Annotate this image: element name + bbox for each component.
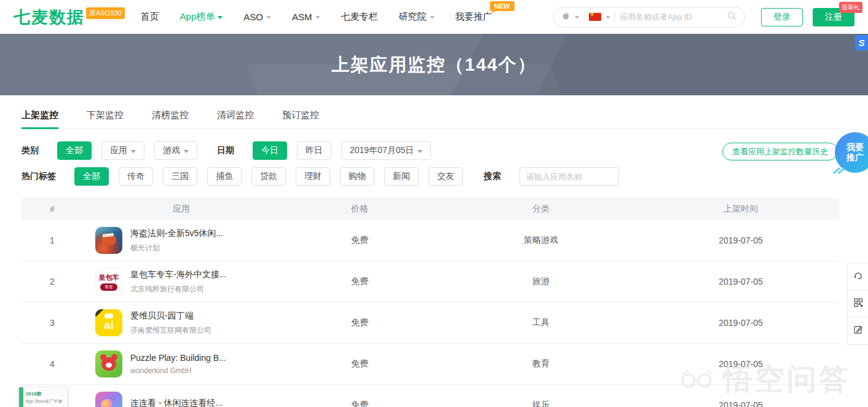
- tag-fishing[interactable]: 捕鱼: [207, 167, 242, 186]
- app-name-filter-input[interactable]: [519, 167, 619, 186]
- app-name[interactable]: 皇包车专车-海外中文接...: [130, 269, 226, 280]
- app-icon: [95, 227, 122, 254]
- app-category: 策略游戏: [440, 235, 642, 246]
- table-row[interactable]: 5 连连看 - 休闲连连看经... 免费 娱乐 2019-07-05: [22, 385, 839, 407]
- page-title: 上架应用监控（144个）: [0, 34, 868, 95]
- logo-badge: 原ASO100: [86, 7, 125, 19]
- table-row[interactable]: 2 皇包车 专车 皇包车专车-海外中文接... 北京纯粹旅行有限公司 免费 旅游…: [22, 261, 839, 302]
- hot-tags-label: 热门标签: [22, 171, 56, 182]
- tab-preorder-monitor[interactable]: 预订监控: [282, 109, 319, 128]
- app-developer: wonderkind GmbH: [130, 366, 226, 375]
- app-search-input[interactable]: [620, 12, 723, 22]
- share-widget-icon[interactable]: S: [855, 35, 868, 50]
- auth-buttons: 登录 注册 迎新礼: [761, 8, 854, 26]
- tag-shopping[interactable]: 购物: [340, 167, 374, 186]
- col-app: 应用: [83, 204, 280, 215]
- tab-launch-monitor[interactable]: 上架监控: [22, 109, 58, 128]
- nav-item-promote[interactable]: 我要推广 NEW: [456, 11, 492, 23]
- tag-legend[interactable]: 传奇: [119, 167, 153, 186]
- nav-item-asm[interactable]: ASM: [292, 12, 320, 22]
- welcome-gift-badge: 迎新礼: [839, 2, 862, 13]
- date-today-button[interactable]: 今日: [253, 141, 287, 160]
- app-name[interactable]: Puzzle Play: Building B...: [130, 353, 226, 363]
- app-category: 旅游: [440, 276, 642, 287]
- china-flag-icon[interactable]: ★: [589, 13, 601, 21]
- logo-text: 七麦数据: [14, 6, 85, 28]
- tag-finance[interactable]: 理财: [296, 167, 330, 186]
- customer-service-button[interactable]: [848, 263, 868, 290]
- caret-down-icon[interactable]: [575, 16, 580, 19]
- app-category: 工具: [440, 317, 642, 328]
- nav-item-column[interactable]: 七麦专栏: [341, 11, 378, 23]
- app-icon: ai: [95, 309, 122, 336]
- category-all-button[interactable]: 全部: [57, 141, 92, 160]
- tab-keyword-clear-monitor[interactable]: 清词监控: [217, 109, 254, 128]
- col-price: 价格: [280, 204, 440, 215]
- app-name[interactable]: 连连看 - 休闲连连看经...: [130, 398, 223, 407]
- app-price: 免费: [280, 235, 440, 246]
- app-category: 教育: [440, 358, 642, 369]
- promo-card[interactable]: 2018款 App Store推广手册: [18, 387, 68, 407]
- divider: [615, 12, 615, 22]
- top-navbar: 七麦数据 原ASO100 首页 App榜单 ASO ASM 七麦专栏 研究院 我…: [0, 0, 868, 34]
- date-picker-dropdown[interactable]: 2019年07月05日: [341, 141, 431, 160]
- app-launch-date: 2019-07-05: [642, 235, 839, 245]
- tab-removal-monitor[interactable]: 下架监控: [87, 109, 124, 128]
- table-row[interactable]: 4 Puzzle Play: Building B... wonderkind …: [22, 344, 839, 385]
- apps-table: # 应用 价格 分类 上架时间 1 海盗法则-全新5v5休闲... 极光计划 免…: [22, 198, 839, 407]
- app-icon: [95, 350, 122, 377]
- app-search-bar: ★: [553, 7, 745, 28]
- table-row[interactable]: 1 海盗法则-全新5v5休闲... 极光计划 免费 策略游戏 2019-07-0…: [22, 220, 839, 261]
- new-badge: NEW: [490, 1, 515, 11]
- tag-social[interactable]: 交友: [428, 167, 463, 186]
- col-category: 分类: [440, 204, 642, 215]
- col-date: 上架时间: [642, 204, 839, 215]
- category-game-dropdown[interactable]: 游戏: [154, 141, 197, 160]
- date-yesterday-button[interactable]: 昨日: [297, 141, 331, 160]
- caret-down-icon: [131, 150, 136, 153]
- brand[interactable]: 七麦数据 原ASO100: [14, 6, 125, 28]
- tab-chart-clear-monitor[interactable]: 清榜监控: [152, 109, 189, 128]
- table-row[interactable]: 3 ai 爱维贝贝-园丁端 济南爱维互联网有限公司 免费 工具 2019-07-…: [22, 302, 839, 344]
- feedback-button[interactable]: [848, 317, 868, 344]
- app-developer: 极光计划: [130, 243, 223, 253]
- app-icon: 皇包车 专车: [95, 268, 122, 295]
- app-name[interactable]: 爱维贝贝-园丁端: [130, 310, 211, 322]
- nav-item-research[interactable]: 研究院: [399, 11, 435, 23]
- category-label: 类别: [22, 145, 39, 156]
- nav-item-aso[interactable]: ASO: [243, 12, 271, 22]
- app-price: 免费: [280, 400, 440, 407]
- app-launch-date: 2019-07-05: [642, 277, 839, 286]
- tag-news[interactable]: 新闻: [384, 167, 419, 186]
- app-price: 免费: [280, 276, 440, 287]
- app-launch-date: 2019-07-05: [642, 400, 839, 407]
- tag-loans[interactable]: 贷款: [251, 167, 286, 186]
- caret-down-icon[interactable]: [606, 16, 610, 19]
- caret-down-icon: [184, 150, 189, 153]
- qr-code-icon: [853, 297, 864, 310]
- app-name[interactable]: 海盗法则-全新5v5休闲...: [130, 228, 223, 239]
- date-label: 日期: [217, 145, 234, 156]
- view-history-button[interactable]: 查看应用上架监控数量历史: [722, 143, 838, 160]
- app-launch-date: 2019-07-05: [642, 359, 839, 369]
- search-icon[interactable]: [727, 11, 737, 23]
- tag-three-kingdoms[interactable]: 三国: [163, 167, 197, 186]
- category-app-dropdown[interactable]: 应用: [101, 141, 144, 160]
- app-developer: 济南爱维互联网有限公司: [130, 325, 211, 336]
- tag-all[interactable]: 全部: [74, 167, 109, 186]
- page-banner: 上架应用监控（144个）: [0, 34, 868, 95]
- search-label: 搜索: [484, 171, 501, 182]
- apple-platform-icon[interactable]: [561, 11, 570, 23]
- login-button[interactable]: 登录: [761, 8, 803, 26]
- nav-item-app-rankings[interactable]: App榜单: [180, 11, 223, 23]
- caret-down-icon: [430, 16, 435, 19]
- register-button[interactable]: 注册 迎新礼: [813, 8, 854, 26]
- main-content: 上架监控 下架监控 清榜监控 清词监控 预订监控 类别 全部 应用 游戏 日期 …: [0, 95, 868, 407]
- app-developer: 北京纯粹旅行有限公司: [130, 284, 226, 294]
- nav-item-home[interactable]: 首页: [141, 11, 159, 23]
- nav-menu: 首页 App榜单 ASO ASM 七麦专栏 研究院 我要推广 NEW: [141, 11, 492, 23]
- col-rank: #: [22, 204, 83, 214]
- side-toolbar: [847, 263, 868, 345]
- qr-code-button[interactable]: [848, 290, 868, 317]
- caret-down-icon: [315, 16, 320, 19]
